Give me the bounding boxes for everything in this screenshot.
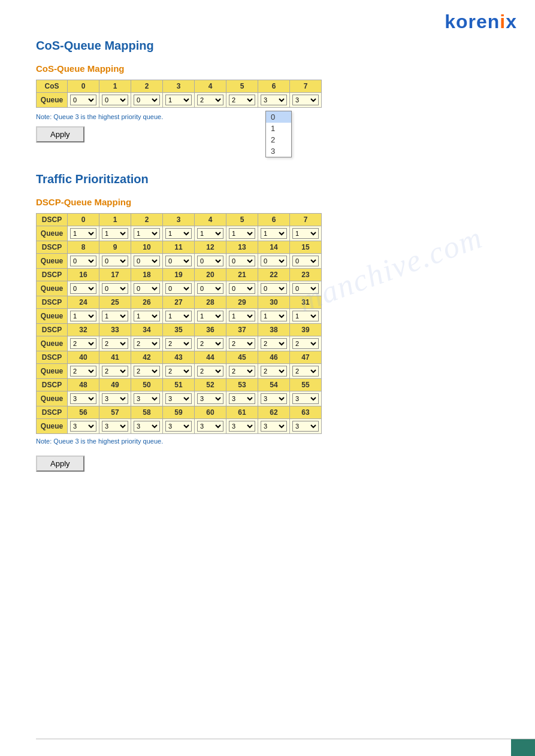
dscp-queue-cell-7-7[interactable]: 0123 [290,419,322,434]
dscp-queue-row-0[interactable]: Queue01230123012301230123012301230123 [37,226,322,241]
dscp-queue-cell-1-2[interactable]: 0123 [131,254,163,269]
dscp-queue-cell-4-4[interactable]: 0123 [195,336,226,351]
dscp-queue-cell-7-5[interactable]: 0123 [226,419,258,434]
dscp-queue-select-2-5[interactable]: 0123 [229,283,255,294]
dscp-queue-cell-3-2[interactable]: 0123 [131,309,163,324]
dscp-queue-row-4[interactable]: Queue01230123012301230123012301230123 [37,336,322,351]
dscp-queue-cell-4-7[interactable]: 0123 [290,336,322,351]
dscp-queue-select-0-3[interactable]: 0123 [165,228,192,239]
cos-queue-select-3[interactable]: 0123 [165,95,192,105]
dscp-queue-row-7[interactable]: Queue01230123012301230123012301230123 [37,419,322,434]
dscp-queue-select-7-1[interactable]: 0123 [102,421,128,432]
dscp-queue-cell-3-0[interactable]: 0123 [68,309,99,324]
dscp-queue-row-6[interactable]: Queue01230123012301230123012301230123 [37,391,322,406]
dscp-queue-select-6-7[interactable]: 0123 [292,393,319,404]
dscp-queue-select-6-4[interactable]: 0123 [197,393,223,404]
dscp-queue-cell-5-0[interactable]: 0123 [68,364,99,379]
dscp-queue-cell-2-0[interactable]: 0123 [68,281,99,296]
dscp-queue-cell-5-5[interactable]: 0123 [226,364,258,379]
dscp-queue-select-5-3[interactable]: 0123 [165,366,192,377]
dscp-queue-select-5-1[interactable]: 0123 [102,366,128,377]
cos-queue-cell-5[interactable]: 0123 [226,93,258,108]
dscp-queue-select-4-1[interactable]: 0123 [102,338,128,349]
dscp-queue-select-7-4[interactable]: 0123 [197,421,223,432]
dscp-queue-cell-0-0[interactable]: 0123 [68,226,99,241]
dscp-queue-row-1[interactable]: Queue01230123012301230123012301230123 [37,254,322,269]
dscp-queue-select-7-5[interactable]: 0123 [229,421,255,432]
dscp-queue-select-3-7[interactable]: 0123 [292,311,319,321]
dscp-queue-select-3-0[interactable]: 0123 [70,311,96,321]
dscp-queue-row-3[interactable]: Queue01230123012301230123012301230123 [37,309,322,324]
dscp-queue-select-3-4[interactable]: 0123 [197,311,223,321]
dscp-queue-cell-3-7[interactable]: 0123 [290,309,322,324]
dscp-queue-cell-4-0[interactable]: 0123 [68,336,99,351]
dscp-queue-cell-6-3[interactable]: 0123 [163,391,195,406]
dscp-queue-select-0-4[interactable]: 0123 [197,228,223,239]
dscp-queue-row-5[interactable]: Queue01230123012301230123012301230123 [37,364,322,379]
dscp-queue-cell-1-1[interactable]: 0123 [99,254,131,269]
dscp-queue-select-5-2[interactable]: 0123 [134,366,160,377]
dscp-queue-select-1-5[interactable]: 0123 [229,256,255,266]
dscp-queue-row-2[interactable]: Queue01230123012301230123012301230123 [37,281,322,296]
dscp-queue-cell-7-3[interactable]: 0123 [163,419,195,434]
dscp-queue-cell-5-2[interactable]: 0123 [131,364,163,379]
dscp-queue-cell-4-5[interactable]: 0123 [226,336,258,351]
dscp-queue-select-1-3[interactable]: 0123 [165,256,192,266]
dscp-queue-select-5-0[interactable]: 0123 [70,366,96,377]
dscp-queue-cell-5-6[interactable]: 0123 [258,364,290,379]
dscp-queue-cell-2-7[interactable]: 0123 [290,281,322,296]
dscp-queue-cell-6-7[interactable]: 0123 [290,391,322,406]
dscp-queue-select-1-6[interactable]: 0123 [261,256,287,266]
dscp-queue-select-7-2[interactable]: 0123 [134,421,160,432]
cos-queue-select-1[interactable]: 0123 [102,95,128,105]
dscp-queue-cell-2-5[interactable]: 0123 [226,281,258,296]
cos-dropdown-option-3[interactable]: 3 [266,145,291,157]
cos-queue-select-2[interactable]: 0123 [134,95,160,105]
dscp-queue-cell-1-6[interactable]: 0123 [258,254,290,269]
dscp-queue-select-2-2[interactable]: 0123 [134,283,160,294]
dscp-queue-cell-7-2[interactable]: 0123 [131,419,163,434]
dscp-queue-cell-2-6[interactable]: 0123 [258,281,290,296]
dscp-queue-cell-5-4[interactable]: 0123 [195,364,226,379]
dscp-queue-cell-7-6[interactable]: 0123 [258,419,290,434]
cos-queue-select-7[interactable]: 0123 [292,95,319,105]
cos-queue-cell-4[interactable]: 0123 [195,93,226,108]
dscp-queue-select-0-7[interactable]: 0123 [292,228,319,239]
dscp-queue-cell-5-7[interactable]: 0123 [290,364,322,379]
dscp-queue-cell-4-3[interactable]: 0123 [163,336,195,351]
dscp-queue-cell-6-4[interactable]: 0123 [195,391,226,406]
dscp-queue-select-5-6[interactable]: 0123 [261,366,287,377]
dscp-queue-cell-1-5[interactable]: 0123 [226,254,258,269]
dscp-queue-select-7-0[interactable]: 0123 [70,421,96,432]
cos-queue-cell-3[interactable]: 0123 [163,93,195,108]
dscp-queue-cell-6-6[interactable]: 0123 [258,391,290,406]
dscp-queue-select-5-7[interactable]: 0123 [292,366,319,377]
dscp-queue-cell-4-1[interactable]: 0123 [99,336,131,351]
dscp-queue-select-3-5[interactable]: 0123 [229,311,255,321]
cos-queue-select-4[interactable]: 0123 [197,95,223,105]
dscp-queue-select-4-5[interactable]: 0123 [229,338,255,349]
cos-queue-cell-2[interactable]: 0123 [131,93,163,108]
dscp-queue-cell-1-0[interactable]: 0123 [68,254,99,269]
dscp-queue-select-6-0[interactable]: 0123 [70,393,96,404]
cos-dropdown-overlay[interactable]: 0 1 2 3 [265,111,292,157]
dscp-queue-cell-2-4[interactable]: 0123 [195,281,226,296]
dscp-queue-select-6-3[interactable]: 0123 [165,393,192,404]
cos-queue-cell-6[interactable]: 0123 [258,93,290,108]
dscp-queue-cell-3-6[interactable]: 0123 [258,309,290,324]
dscp-queue-select-1-7[interactable]: 0123 [292,256,319,266]
cos-queue-cell-0[interactable]: 0123 [68,93,99,108]
cos-apply-button[interactable]: Apply [36,126,84,142]
dscp-queue-select-7-3[interactable]: 0123 [165,421,192,432]
dscp-queue-cell-0-6[interactable]: 0123 [258,226,290,241]
dscp-queue-cell-6-5[interactable]: 0123 [226,391,258,406]
dscp-queue-select-7-6[interactable]: 0123 [261,421,287,432]
dscp-queue-select-3-2[interactable]: 0123 [134,311,160,321]
dscp-queue-cell-1-7[interactable]: 0123 [290,254,322,269]
dscp-queue-select-4-0[interactable]: 0123 [70,338,96,349]
cos-queue-select-0[interactable]: 0123 [70,95,96,105]
dscp-queue-cell-5-3[interactable]: 0123 [163,364,195,379]
dscp-queue-select-0-6[interactable]: 0123 [261,228,287,239]
dscp-queue-cell-6-2[interactable]: 0123 [131,391,163,406]
dscp-queue-cell-0-5[interactable]: 0123 [226,226,258,241]
